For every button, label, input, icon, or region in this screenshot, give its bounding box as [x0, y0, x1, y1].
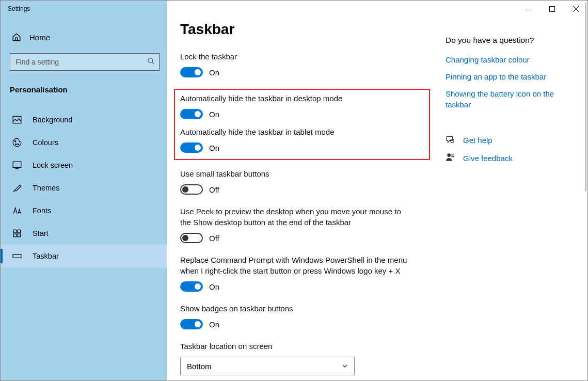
sidebar-item-label: Lock screen [33, 161, 73, 169]
select-value: Bottom [187, 362, 212, 371]
sidebar-item-taskbar[interactable]: Taskbar [1, 245, 167, 267]
setting-label: Automatically hide the taskbar in tablet… [180, 126, 407, 137]
sidebar-item-background[interactable]: Background [1, 108, 167, 131]
setting-powershell: Replace Command Prompt with Windows Powe… [180, 255, 430, 292]
svg-point-3 [15, 141, 16, 142]
help-question: Do you have a question? [446, 36, 568, 45]
svg-point-0 [148, 58, 153, 63]
setting-label: Use small taskbar buttons [180, 168, 407, 179]
toggle-state: On [209, 282, 219, 291]
search-box[interactable] [10, 53, 160, 71]
settings-window: Settings Home Personalisation Background [0, 0, 588, 381]
svg-rect-19 [451, 154, 454, 155]
sidebar-item-label: Background [33, 116, 72, 124]
svg-rect-11 [18, 234, 21, 237]
help-icon [446, 135, 455, 146]
sidebar-item-label: Fonts [33, 207, 51, 215]
setting-label: Lock the taskbar [180, 51, 407, 62]
help-link-pin-app[interactable]: Pinning an app to the taskbar [446, 71, 568, 82]
setting-label: Use Peek to preview the desktop when you… [180, 206, 407, 228]
toggle-state: On [209, 110, 219, 119]
svg-rect-8 [13, 230, 17, 233]
highlighted-settings: Automatically hide the taskbar in deskto… [174, 89, 430, 160]
maximize-button[interactable] [540, 1, 564, 17]
sidebar: Settings Home Personalisation Background [1, 1, 167, 380]
sidebar-item-fonts[interactable]: Fonts [1, 199, 167, 222]
setting-badges: Show badges on taskbar buttons On [180, 303, 430, 329]
setting-small-buttons: Use small taskbar buttons Off [180, 168, 430, 195]
search-input[interactable] [10, 53, 160, 71]
svg-rect-12 [13, 255, 21, 258]
get-help-link[interactable]: Get help [446, 135, 568, 146]
toggle-state: Off [209, 234, 219, 243]
home-icon [12, 33, 21, 42]
give-feedback-link[interactable]: Give feedback [446, 153, 568, 164]
svg-point-5 [18, 144, 19, 145]
minimize-button[interactable] [516, 1, 540, 17]
page-title: Taskbar [180, 21, 430, 38]
setting-auto-hide-tablet: Automatically hide the taskbar in tablet… [180, 126, 424, 153]
app-title: Settings [1, 5, 30, 12]
toggle-peek[interactable] [180, 233, 203, 243]
setting-label: Taskbar location on screen [180, 341, 407, 352]
scrollbar[interactable] [579, 2, 586, 379]
setting-location: Taskbar location on screen Bottom [180, 341, 430, 375]
toggle-state: Off [209, 185, 219, 194]
help-link-battery-icon[interactable]: Showing the battery icon on the taskbar [446, 88, 568, 110]
brush-icon [12, 183, 22, 193]
svg-rect-14 [549, 6, 554, 11]
sidebar-item-label: Taskbar [33, 252, 59, 260]
setting-lock-taskbar: Lock the taskbar On [180, 51, 430, 77]
svg-rect-9 [18, 230, 21, 233]
svg-rect-20 [451, 156, 454, 157]
svg-rect-6 [13, 162, 21, 167]
toggle-lock-taskbar[interactable] [180, 67, 203, 77]
toggle-state: On [209, 320, 219, 329]
fonts-icon [12, 206, 22, 215]
taskbar-icon [12, 251, 22, 261]
svg-line-1 [152, 62, 154, 65]
toggle-small-buttons[interactable] [180, 184, 203, 195]
scroll-thumb[interactable] [585, 3, 586, 192]
main-column: Taskbar Lock the taskbar On Automaticall… [167, 1, 446, 380]
home-nav[interactable]: Home [1, 17, 167, 42]
setting-peek: Use Peek to preview the desktop when you… [180, 206, 430, 243]
picture-icon [12, 115, 22, 124]
toggle-auto-hide-desktop[interactable] [180, 109, 203, 119]
toggle-state: On [209, 144, 219, 152]
feedback-icon [446, 153, 455, 164]
home-label: Home [29, 33, 50, 42]
section-label: Personalisation [1, 71, 167, 103]
help-link-taskbar-colour[interactable]: Changing taskbar colour [446, 54, 568, 65]
sidebar-item-label: Start [33, 229, 49, 237]
get-help-label: Get help [463, 136, 492, 145]
toggle-badges[interactable] [180, 319, 203, 329]
right-column: Do you have a question? Changing taskbar… [446, 1, 582, 380]
content-area: Taskbar Lock the taskbar On Automaticall… [167, 1, 587, 380]
nav: Background Colours Lock screen Themes [1, 103, 167, 267]
search-icon [147, 57, 154, 67]
sidebar-item-themes[interactable]: Themes [1, 177, 167, 199]
setting-label: Show badges on taskbar buttons [180, 303, 407, 314]
select-taskbar-location[interactable]: Bottom [180, 357, 355, 375]
setting-label: Automatically hide the taskbar in deskto… [180, 93, 407, 104]
sidebar-item-start[interactable]: Start [1, 222, 167, 245]
svg-rect-10 [13, 234, 17, 237]
sidebar-item-label: Themes [33, 184, 59, 192]
give-feedback-label: Give feedback [463, 154, 513, 163]
palette-icon [12, 138, 22, 147]
toggle-state: On [209, 68, 219, 77]
chevron-down-icon [342, 362, 348, 371]
setting-label: Replace Command Prompt with Windows Powe… [180, 255, 407, 276]
grid-icon [12, 229, 22, 238]
svg-point-4 [15, 144, 17, 145]
svg-point-18 [447, 153, 451, 157]
monitor-icon [12, 161, 22, 170]
window-controls [516, 1, 587, 17]
toggle-powershell[interactable] [180, 281, 203, 292]
sidebar-item-colours[interactable]: Colours [1, 131, 167, 154]
setting-auto-hide-desktop: Automatically hide the taskbar in deskto… [180, 93, 424, 119]
toggle-auto-hide-tablet[interactable] [180, 142, 203, 153]
sidebar-item-label: Colours [33, 138, 58, 147]
sidebar-item-lockscreen[interactable]: Lock screen [1, 154, 167, 177]
